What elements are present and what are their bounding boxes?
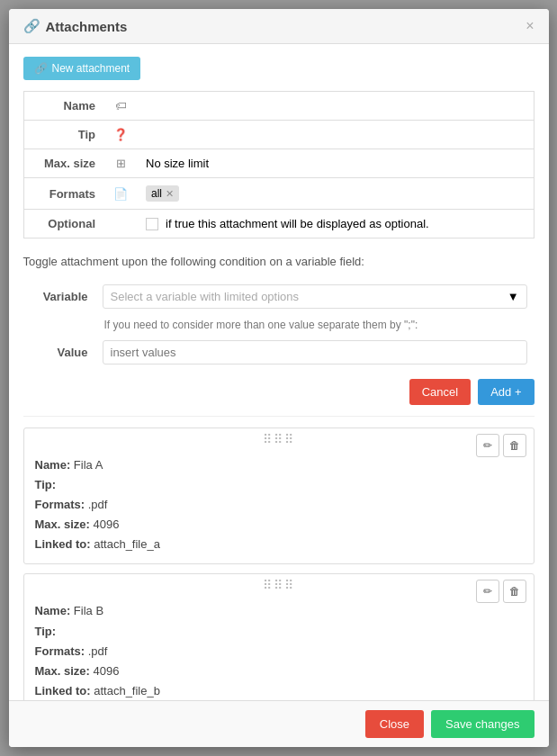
format-tag-remove[interactable]: ✕: [166, 188, 174, 200]
attachment-tip-1: Tip:: [35, 475, 523, 495]
toggle-section: Toggle attachment upon the following con…: [23, 248, 535, 275]
formats-row: Formats 📄 all ✕: [23, 178, 534, 210]
tip-row: Tip ❓: [23, 121, 534, 149]
variable-select-wrapper: Select a variable with limited options ▼: [103, 284, 527, 309]
format-tag-all: all ✕: [146, 185, 179, 202]
edit-button-2[interactable]: ✏: [476, 580, 499, 603]
attachment-content-1: Name: Fila A Tip: Formats: .pdf Max. siz…: [24, 450, 534, 563]
optional-icon-cell: [104, 210, 137, 238]
attachment-linked-2: Linked to: attach_file_b: [35, 681, 523, 700]
modal-close-button[interactable]: ×: [526, 18, 534, 34]
drag-handle-1[interactable]: ⠿⠿⠿: [24, 428, 534, 450]
attachment-formats-1: Formats: .pdf: [35, 495, 523, 515]
attachment-maxsize-1: Max. size: 4096: [35, 515, 523, 535]
max-size-select-wrapper: No size limit: [146, 157, 525, 170]
attachment-actions-2: ✏ 🗑: [476, 580, 526, 603]
optional-cell: if true this attachment will be displaye…: [137, 210, 534, 238]
add-button[interactable]: Add +: [478, 379, 534, 405]
max-size-icon: ⊞: [104, 149, 137, 178]
new-attachment-button[interactable]: 🔗 New attachment: [23, 57, 141, 80]
edit-button-1[interactable]: ✏: [476, 434, 499, 457]
tip-icon: ❓: [104, 121, 137, 149]
optional-row: Optional if true this attachment will be…: [23, 210, 534, 238]
name-row: Name 🏷: [23, 92, 534, 121]
close-button[interactable]: Close: [365, 710, 424, 738]
modal-body: 🔗 New attachment Name 🏷 Tip ❓ Max. size: [9, 44, 549, 700]
formats-tags-container: all ✕: [146, 185, 525, 202]
modal-footer: Close Save changes: [9, 700, 549, 747]
name-label: Name: [23, 92, 104, 121]
formats-icon: 📄: [104, 178, 137, 210]
attachments-modal: 🔗 Attachments × 🔗 New attachment Name 🏷 …: [9, 9, 549, 747]
section-divider: [23, 416, 535, 417]
variable-label: Variable: [23, 279, 95, 314]
new-attachment-icon: 🔗: [34, 62, 48, 75]
format-tag-label: all: [151, 187, 162, 200]
name-cell: [137, 92, 534, 121]
delete-button-2[interactable]: 🗑: [503, 580, 526, 603]
attachment-item: ⠿⠿⠿ ✏ 🗑 Name: Fila A Tip: Formats: .pdf …: [23, 428, 535, 564]
modal-title: 🔗 Attachments: [23, 18, 128, 34]
form-action-buttons: Cancel Add +: [23, 379, 535, 405]
name-input[interactable]: [146, 99, 525, 112]
attachment-actions-1: ✏ 🗑: [476, 434, 526, 457]
value-label: Value: [23, 335, 95, 370]
value-cell: [95, 335, 535, 370]
formats-label: Formats: [23, 178, 104, 210]
attachment-formats-2: Formats: .pdf: [35, 642, 523, 662]
info-text: If you need to consider more than one va…: [104, 319, 418, 331]
name-icon: 🏷: [104, 92, 137, 121]
variable-placeholder-text: Select a variable with limited options: [111, 290, 300, 303]
optional-label: Optional: [23, 210, 104, 238]
modal-header: 🔗 Attachments ×: [9, 9, 549, 44]
variable-dropdown-icon[interactable]: ▼: [508, 290, 519, 303]
formats-input[interactable]: [183, 187, 524, 201]
modal-title-text: Attachments: [46, 19, 128, 34]
delete-button-1[interactable]: 🗑: [503, 434, 526, 457]
tip-input[interactable]: [146, 128, 525, 141]
attachment-name-2: Name: Fila B: [35, 601, 523, 621]
max-size-select[interactable]: No size limit: [146, 157, 525, 170]
attachment-item-2: ⠿⠿⠿ ✏ 🗑 Name: Fila B Tip: Formats: .pdf …: [23, 573, 535, 700]
save-changes-button[interactable]: Save changes: [431, 710, 534, 738]
drag-handle-2[interactable]: ⠿⠿⠿: [24, 574, 534, 596]
attachment-tip-2: Tip:: [35, 622, 523, 642]
value-row: Value: [23, 335, 535, 370]
attachment-form: Name 🏷 Tip ❓ Max. size ⊞ N: [23, 91, 535, 238]
new-attachment-label: New attachment: [52, 62, 130, 75]
max-size-row: Max. size ⊞ No size limit: [23, 149, 534, 178]
tip-cell: [137, 121, 534, 149]
attach-icon: 🔗: [23, 18, 40, 34]
attachment-content-2: Name: Fila B Tip: Formats: .pdf Max. siz…: [24, 596, 534, 700]
variable-value-table: Variable Select a variable with limited …: [23, 279, 535, 370]
tip-label: Tip: [23, 121, 104, 149]
optional-checkbox[interactable]: [146, 218, 158, 230]
variable-row: Variable Select a variable with limited …: [23, 279, 535, 314]
value-input[interactable]: [103, 340, 527, 364]
optional-description: if true this attachment will be displaye…: [166, 217, 429, 230]
formats-cell: all ✕: [137, 178, 534, 210]
max-size-cell: No size limit: [137, 149, 534, 178]
variable-cell: Select a variable with limited options ▼: [95, 279, 535, 314]
max-size-label: Max. size: [23, 149, 104, 178]
attachment-maxsize-2: Max. size: 4096: [35, 662, 523, 681]
attachment-name-1: Name: Fila A: [35, 455, 523, 475]
attachment-linked-1: Linked to: attach_file_a: [35, 535, 523, 554]
info-cell: If you need to consider more than one va…: [23, 314, 535, 335]
cancel-button[interactable]: Cancel: [409, 379, 471, 405]
info-row: If you need to consider more than one va…: [23, 314, 535, 335]
toggle-description: Toggle attachment upon the following con…: [23, 255, 364, 268]
